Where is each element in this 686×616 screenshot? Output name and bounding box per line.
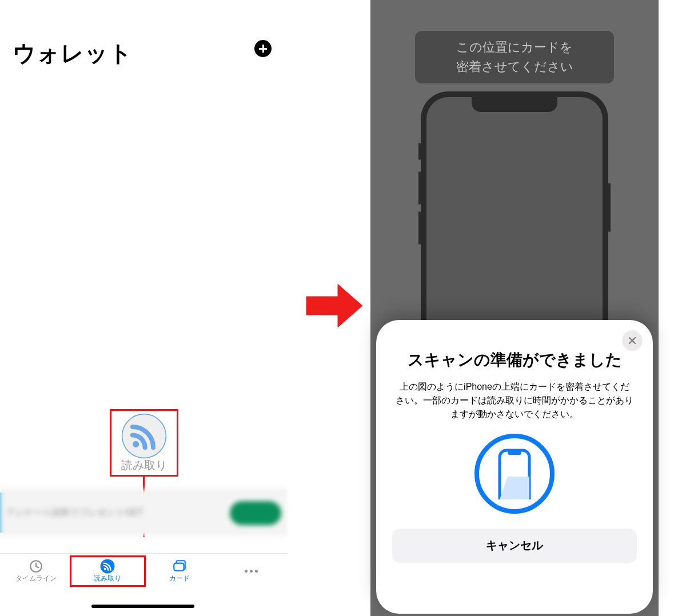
scan-phone-icon — [474, 434, 555, 514]
scan-ready-sheet: スキャンの準備ができました 上の図のようにiPhoneの上端にカードを密着させて… — [376, 320, 653, 614]
flow-arrow-icon — [303, 274, 366, 337]
close-icon — [628, 337, 636, 345]
read-icon[interactable] — [121, 413, 167, 461]
svg-rect-5 — [174, 563, 184, 571]
clock-icon — [28, 559, 44, 574]
annotation-highlight — [70, 555, 146, 587]
tab-more[interactable] — [216, 564, 288, 579]
more-icon — [245, 564, 258, 579]
cancel-button[interactable]: キャンセル — [392, 529, 637, 563]
tab-label: カード — [169, 574, 190, 583]
page-title: ウォレット — [13, 38, 133, 69]
ad-text: アンケート回答でプレゼントGET — [6, 507, 230, 519]
svg-point-1 — [133, 441, 139, 447]
hint-line1: この位置にカードを — [456, 38, 573, 57]
tab-read[interactable]: 読み取り — [72, 559, 144, 583]
ad-banner: アンケート回答でプレゼントGET — [0, 489, 287, 536]
scan-screen: この位置にカードを 密着させてください スキャンの準備ができました 上の図のよう… — [370, 0, 659, 616]
read-callout: 読み取り — [110, 409, 178, 477]
close-button[interactable] — [622, 330, 643, 351]
sheet-title: スキャンの準備ができました — [404, 349, 625, 372]
tab-timeline[interactable]: タイムライン — [0, 559, 72, 583]
tab-card[interactable]: カード — [143, 559, 216, 583]
svg-point-0 — [122, 414, 166, 458]
ad-cta[interactable] — [230, 501, 281, 525]
home-indicator[interactable] — [91, 605, 194, 608]
read-callout-label: 読み取り — [121, 458, 167, 473]
tab-label: タイムライン — [15, 574, 57, 583]
wallet-screen: ウォレット 読み取り アンケート回答でプレゼントGET タイムライン — [0, 0, 287, 616]
phone-notch — [472, 97, 557, 112]
hint-line2: 密着させてください — [456, 57, 573, 77]
sheet-body: 上の図のようにiPhoneの上端にカードを密着させてください。一部のカードは読み… — [392, 380, 637, 421]
card-icon — [172, 559, 188, 574]
tab-bar: タイムライン 読み取り カード — [0, 553, 287, 589]
add-button[interactable] — [254, 40, 272, 57]
card-position-hint: この位置にカードを 密着させてください — [415, 31, 614, 83]
